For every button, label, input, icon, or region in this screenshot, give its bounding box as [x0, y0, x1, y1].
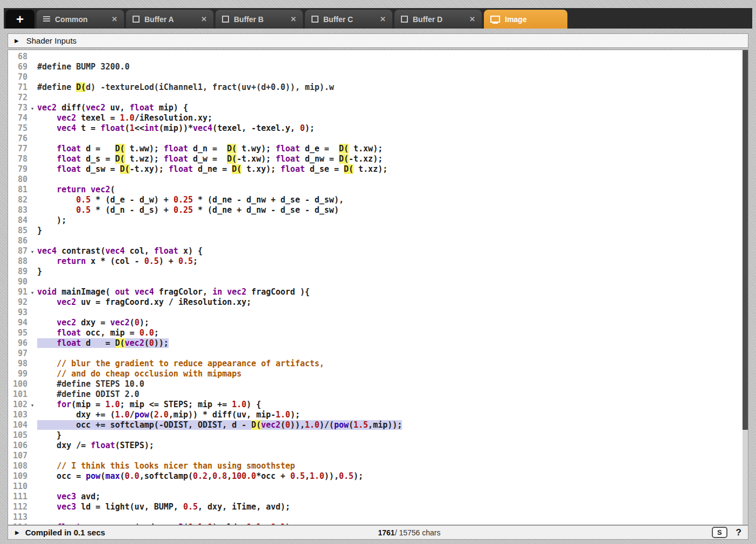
font-size-button[interactable]: S	[712, 527, 727, 538]
close-icon[interactable]: ✕	[112, 15, 117, 23]
line-number: 76	[8, 134, 27, 144]
close-icon[interactable]: ✕	[469, 15, 475, 23]
code-line[interactable]: 97	[8, 348, 741, 359]
code-text: float d_s = D( t.wz); float d_w = D(-t.x…	[37, 154, 383, 164]
tab-common[interactable]: Common ✕	[37, 10, 124, 29]
tab-image[interactable]: Image	[484, 10, 567, 29]
fold-arrow-icon[interactable]: ▾	[27, 288, 37, 298]
code-line[interactable]: 87▾vec4 contrast(vec4 col, float x) {	[8, 246, 741, 256]
code-line[interactable]: 81 return vec2(	[8, 185, 741, 195]
close-icon[interactable]: ✕	[380, 15, 386, 23]
code-line[interactable]: 94 vec2 dxy = vec2(0);	[8, 318, 741, 328]
code-line[interactable]: 78 float d_s = D( t.wz); float d_w = D(-…	[8, 154, 741, 164]
close-icon[interactable]: ✕	[290, 15, 296, 23]
code-line[interactable]: 90	[8, 277, 741, 287]
code-text: float d_sw = D(-t.xy); float d_ne = D( t…	[37, 164, 387, 174]
code-line[interactable]: 108 // I think this looks nicer than usi…	[8, 461, 741, 471]
code-line[interactable]: 84 );	[8, 215, 741, 226]
line-number: 73	[8, 103, 27, 113]
code-line[interactable]: 109 occ = pow(max(0.0,softclamp(0.2,0.8,…	[8, 471, 741, 482]
close-icon[interactable]: ✕	[201, 15, 207, 23]
line-number: 110	[8, 482, 27, 492]
code-line[interactable]: 102▾ for(mip = 1.0; mip <= STEPS; mip +=…	[8, 400, 741, 410]
code-line[interactable]: 93	[8, 308, 741, 318]
code-line[interactable]: 72	[8, 93, 741, 103]
code-line[interactable]: 110	[8, 482, 741, 492]
line-number: 103	[8, 410, 27, 420]
code-editor[interactable]: 6869#define BUMP 3200.07071#define D(d) …	[8, 50, 748, 525]
code-line[interactable]: 79 float d_sw = D(-t.xy); float d_ne = D…	[8, 164, 741, 175]
scrollbar-thumb[interactable]	[743, 50, 748, 430]
tab-buffer-d[interactable]: Buffer D ✕	[394, 10, 482, 29]
code-line[interactable]: 70	[8, 72, 741, 82]
tab-label: Buffer D	[413, 15, 469, 24]
code-line[interactable]: 95 float occ, mip = 0.0;	[8, 328, 741, 338]
tab-buffer-c[interactable]: Buffer C ✕	[305, 10, 392, 29]
code-line[interactable]: 82 0.5 * (d_e - d_w) + 0.25 * (d_ne - d_…	[8, 195, 741, 205]
code-line[interactable]: 104 occ += softclamp(-ODIST, ODIST, d - …	[8, 420, 741, 430]
code-line[interactable]: 106 dxy /= float(STEPS);	[8, 441, 741, 451]
code-line[interactable]: 91▾void mainImage( out vec4 fragColor, i…	[8, 287, 741, 297]
plus-icon: +	[16, 11, 24, 27]
code-text: }	[37, 267, 42, 276]
line-number: 91	[8, 287, 27, 297]
code-text: vec4 t = float(1<<int(mip))*vec4(texel, …	[37, 123, 315, 133]
compile-status: Compiled in 0.1 secs	[25, 528, 105, 537]
code-line[interactable]: 88 return x * (col - 0.5) + 0.5;	[8, 256, 741, 267]
add-tab-button[interactable]: +	[5, 10, 34, 29]
line-number: 71	[8, 82, 27, 93]
tab-label: Image	[505, 15, 561, 24]
compile-expand-icon[interactable]: ▶	[15, 529, 19, 535]
scrollbar[interactable]	[743, 50, 748, 525]
fold-arrow-icon[interactable]: ▾	[27, 400, 37, 410]
code-line[interactable]: 103 dxy += (1.0/pow(2.0,mip)) * diff(uv,…	[8, 410, 741, 420]
line-number: 100	[8, 379, 27, 389]
code-line[interactable]: 80	[8, 175, 741, 185]
code-line[interactable]: 89}	[8, 267, 741, 277]
code-line[interactable]: 112 vec3 ld = light(uv, BUMP, 0.5, dxy, …	[8, 502, 741, 512]
code-line[interactable]: 76	[8, 134, 741, 144]
code-line[interactable]: 77 float d = D( t.ww); float d_n = D( t.…	[8, 144, 741, 154]
code-line[interactable]: 74 vec2 texel = 1.0/iResolution.xy;	[8, 113, 741, 123]
line-number: 96	[8, 338, 27, 348]
line-number: 77	[8, 144, 27, 154]
code-line[interactable]: 98 // blur the gradient to reduce appear…	[8, 359, 741, 369]
code-line[interactable]: 75 vec4 t = float(1<<int(mip))*vec4(texe…	[8, 123, 741, 134]
code-line[interactable]: 113	[8, 512, 741, 522]
code-line[interactable]: 71#define D(d) -textureLod(iChannel1, fr…	[8, 82, 741, 93]
help-button[interactable]: ?	[736, 527, 741, 538]
line-number: 85	[8, 226, 27, 236]
line-number: 99	[8, 369, 27, 379]
fold-arrow-icon[interactable]: ▾	[27, 247, 37, 257]
code-line[interactable]: 99 // and do cheap occlusion with mipmap…	[8, 369, 741, 379]
square-icon	[222, 16, 229, 23]
expand-arrow-icon[interactable]: ▶	[15, 38, 19, 44]
line-number: 82	[8, 195, 27, 205]
code-line[interactable]: 68	[8, 52, 741, 62]
code-line[interactable]: 105 }	[8, 430, 741, 441]
code-line[interactable]: 100 #define STEPS 10.0	[8, 379, 741, 389]
code-line[interactable]: 96 float d = D(vec2(0));	[8, 338, 741, 348]
code-line[interactable]: 83 0.5 * (d_n - d_s) + 0.25 * (d_ne + d_…	[8, 205, 741, 215]
code-line[interactable]: 101 #define ODIST 2.0	[8, 389, 741, 400]
code-text: dxy /= float(STEPS);	[37, 441, 154, 450]
code-line[interactable]: 69#define BUMP 3200.0	[8, 62, 741, 72]
line-number: 107	[8, 451, 27, 461]
code-text: #define D(d) -textureLod(iChannel1, frac…	[37, 82, 334, 92]
code-line[interactable]: 73▾vec2 diff(vec2 uv, float mip) {	[8, 103, 741, 113]
code-text: // blur the gradient to reduce appearanc…	[37, 359, 324, 368]
code-line[interactable]: 111 vec3 avd;	[8, 492, 741, 502]
line-number: 88	[8, 256, 27, 267]
shader-inputs-label: Shader Inputs	[26, 36, 77, 45]
line-number: 79	[8, 164, 27, 175]
code-text: #define BUMP 3200.0	[37, 62, 130, 72]
code-line[interactable]: 86	[8, 236, 741, 246]
shader-inputs-bar[interactable]: ▶ Shader Inputs	[8, 33, 748, 48]
code-line[interactable]: 85}	[8, 226, 741, 236]
code-line[interactable]: 107	[8, 451, 741, 461]
tab-buffer-a[interactable]: Buffer A ✕	[126, 10, 213, 29]
code-text: 0.5 * (d_e - d_w) + 0.25 * (d_ne - d_nw …	[37, 195, 344, 205]
fold-arrow-icon[interactable]: ▾	[27, 103, 37, 114]
tab-buffer-b[interactable]: Buffer B ✕	[216, 10, 303, 29]
code-line[interactable]: 92 vec2 uv = fragCoord.xy / iResolution.…	[8, 297, 741, 308]
